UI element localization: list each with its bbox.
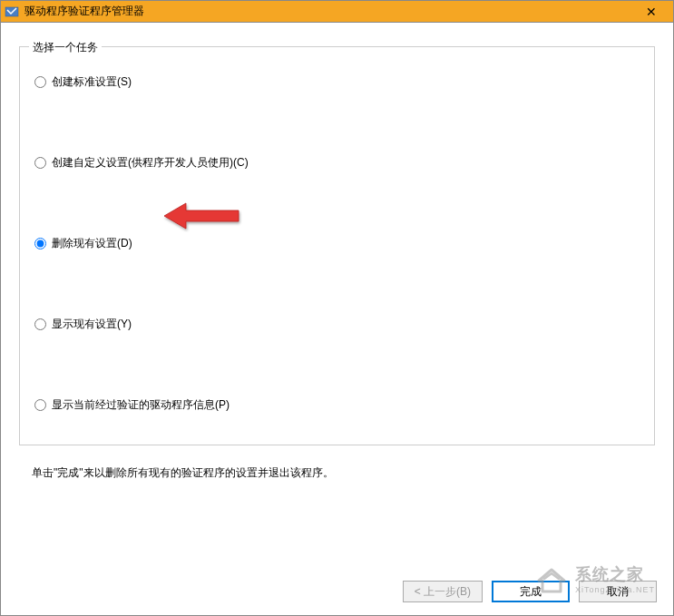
task-fieldset: 选择一个任务 创建标准设置(S) 创建自定义设置(供程序开发人员使用)(C) 删… [19, 46, 655, 445]
radio-label-show: 显示现有设置(Y) [52, 317, 132, 332]
radio-create-standard[interactable]: 创建标准设置(S) [34, 74, 640, 90]
title-bar: 驱动程序验证程序管理器 ✕ [1, 1, 673, 23]
close-button[interactable]: ✕ [633, 1, 669, 23]
radio-show-existing[interactable]: 显示现有设置(Y) [34, 317, 640, 332]
radio-delete-existing[interactable]: 删除现有设置(D) [34, 236, 640, 251]
app-icon [5, 5, 19, 19]
content-area: 选择一个任务 创建标准设置(S) 创建自定义设置(供程序开发人员使用)(C) 删… [1, 23, 673, 615]
radio-input-show[interactable] [34, 318, 46, 330]
radio-input-verified[interactable] [34, 399, 46, 411]
radio-label-standard: 创建标准设置(S) [52, 74, 132, 90]
radio-label-custom: 创建自定义设置(供程序开发人员使用)(C) [52, 155, 249, 171]
window-title: 驱动程序验证程序管理器 [24, 4, 633, 19]
radio-input-standard[interactable] [34, 76, 46, 88]
radio-label-delete: 删除现有设置(D) [52, 236, 132, 251]
finish-button[interactable]: 完成 [492, 581, 570, 602]
fieldset-legend: 选择一个任务 [29, 40, 102, 55]
radio-create-custom[interactable]: 创建自定义设置(供程序开发人员使用)(C) [34, 155, 640, 171]
radio-show-verified[interactable]: 显示当前经过验证的驱动程序信息(P) [34, 397, 640, 413]
cancel-button[interactable]: 取消 [579, 581, 657, 602]
back-button[interactable]: < 上一步(B) [403, 581, 483, 602]
button-bar: < 上一步(B) 完成 取消 [403, 581, 657, 602]
radio-label-verified: 显示当前经过验证的驱动程序信息(P) [52, 397, 230, 413]
instruction-text: 单击"完成"来以删除所有现有的验证程序的设置并退出该程序。 [32, 465, 655, 481]
radio-input-custom[interactable] [34, 157, 46, 169]
radio-group: 创建标准设置(S) 创建自定义设置(供程序开发人员使用)(C) 删除现有设置(D… [34, 74, 640, 413]
radio-input-delete[interactable] [34, 238, 46, 249]
